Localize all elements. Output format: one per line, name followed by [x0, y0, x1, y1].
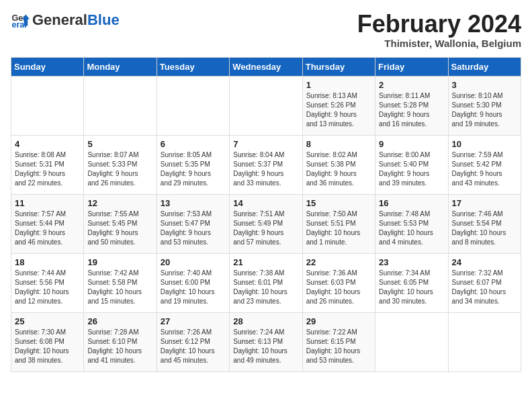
calendar-cell: 4Sunrise: 8:08 AM Sunset: 5:31 PM Daylig…	[11, 135, 84, 194]
day-info: Sunrise: 7:36 AM Sunset: 6:03 PM Dayligh…	[306, 269, 371, 306]
day-number: 16	[379, 198, 444, 208]
calendar-cell: 21Sunrise: 7:38 AM Sunset: 6:01 PM Dayli…	[230, 253, 302, 312]
day-info: Sunrise: 7:22 AM Sunset: 6:15 PM Dayligh…	[306, 328, 371, 365]
calendar-cell: 2Sunrise: 8:11 AM Sunset: 5:28 PM Daylig…	[375, 76, 448, 135]
day-number: 12	[87, 198, 152, 208]
page-header: Gen eral GeneralBlue February 2024 Thimi…	[11, 11, 521, 49]
calendar-cell: 25Sunrise: 7:30 AM Sunset: 6:08 PM Dayli…	[11, 312, 84, 371]
day-info: Sunrise: 8:02 AM Sunset: 5:38 PM Dayligh…	[306, 150, 371, 188]
calendar-cell: 17Sunrise: 7:46 AM Sunset: 5:54 PM Dayli…	[448, 194, 521, 253]
calendar-cell: 19Sunrise: 7:42 AM Sunset: 5:58 PM Dayli…	[84, 253, 157, 312]
day-info: Sunrise: 8:13 AM Sunset: 5:26 PM Dayligh…	[306, 91, 371, 129]
day-info: Sunrise: 8:07 AM Sunset: 5:33 PM Dayligh…	[87, 150, 152, 188]
header-saturday: Saturday	[448, 57, 521, 76]
day-info: Sunrise: 7:55 AM Sunset: 5:45 PM Dayligh…	[87, 210, 152, 247]
day-number: 27	[161, 316, 226, 326]
logo-icon: Gen eral	[11, 11, 30, 30]
calendar-cell: 8Sunrise: 8:02 AM Sunset: 5:38 PM Daylig…	[302, 135, 375, 194]
calendar-cell	[11, 76, 84, 135]
day-info: Sunrise: 7:44 AM Sunset: 5:56 PM Dayligh…	[15, 269, 80, 306]
day-info: Sunrise: 8:00 AM Sunset: 5:40 PM Dayligh…	[379, 150, 444, 188]
calendar-cell: 3Sunrise: 8:10 AM Sunset: 5:30 PM Daylig…	[448, 76, 521, 135]
calendar-cell	[230, 76, 302, 135]
calendar-cell: 1Sunrise: 8:13 AM Sunset: 5:26 PM Daylig…	[302, 76, 375, 135]
day-info: Sunrise: 7:30 AM Sunset: 6:08 PM Dayligh…	[15, 328, 80, 365]
calendar-cell: 10Sunrise: 7:59 AM Sunset: 5:42 PM Dayli…	[448, 135, 521, 194]
logo: Gen eral GeneralBlue	[11, 11, 120, 30]
day-number: 26	[87, 316, 152, 326]
day-info: Sunrise: 7:53 AM Sunset: 5:47 PM Dayligh…	[161, 210, 226, 247]
calendar-cell: 13Sunrise: 7:53 AM Sunset: 5:47 PM Dayli…	[157, 194, 229, 253]
header-wednesday: Wednesday	[230, 57, 302, 76]
title-block: February 2024 Thimister, Wallonia, Belgi…	[357, 11, 521, 49]
day-info: Sunrise: 7:28 AM Sunset: 6:10 PM Dayligh…	[87, 328, 152, 365]
calendar-week-row: 11Sunrise: 7:57 AM Sunset: 5:44 PM Dayli…	[11, 194, 521, 253]
day-number: 29	[306, 316, 371, 326]
day-info: Sunrise: 7:50 AM Sunset: 5:51 PM Dayligh…	[306, 210, 371, 247]
calendar-cell: 28Sunrise: 7:24 AM Sunset: 6:13 PM Dayli…	[230, 312, 302, 371]
day-info: Sunrise: 7:59 AM Sunset: 5:42 PM Dayligh…	[452, 150, 517, 188]
header-monday: Monday	[84, 57, 157, 76]
day-info: Sunrise: 7:32 AM Sunset: 6:07 PM Dayligh…	[452, 269, 517, 306]
day-info: Sunrise: 7:34 AM Sunset: 6:05 PM Dayligh…	[379, 269, 444, 306]
calendar-cell	[84, 76, 157, 135]
calendar-table: Sunday Monday Tuesday Wednesday Thursday…	[11, 57, 521, 372]
day-info: Sunrise: 7:38 AM Sunset: 6:01 PM Dayligh…	[233, 269, 298, 306]
header-sunday: Sunday	[11, 57, 84, 76]
day-info: Sunrise: 8:05 AM Sunset: 5:35 PM Dayligh…	[161, 150, 226, 188]
calendar-cell	[448, 312, 521, 371]
day-number: 2	[379, 80, 444, 90]
day-number: 8	[306, 139, 371, 149]
day-info: Sunrise: 7:26 AM Sunset: 6:12 PM Dayligh…	[161, 328, 226, 365]
day-info: Sunrise: 7:48 AM Sunset: 5:53 PM Dayligh…	[379, 210, 444, 247]
day-number: 7	[233, 139, 298, 149]
calendar-cell: 24Sunrise: 7:32 AM Sunset: 6:07 PM Dayli…	[448, 253, 521, 312]
day-number: 6	[161, 139, 226, 149]
day-number: 14	[233, 198, 298, 208]
day-number: 22	[306, 257, 371, 267]
calendar-cell: 7Sunrise: 8:04 AM Sunset: 5:37 PM Daylig…	[230, 135, 302, 194]
day-number: 11	[15, 198, 80, 208]
day-info: Sunrise: 7:24 AM Sunset: 6:13 PM Dayligh…	[233, 328, 298, 365]
day-info: Sunrise: 7:42 AM Sunset: 5:58 PM Dayligh…	[87, 269, 152, 306]
calendar-title: February 2024	[357, 11, 521, 38]
day-info: Sunrise: 7:40 AM Sunset: 6:00 PM Dayligh…	[161, 269, 226, 306]
calendar-week-row: 1Sunrise: 8:13 AM Sunset: 5:26 PM Daylig…	[11, 76, 521, 135]
calendar-cell: 27Sunrise: 7:26 AM Sunset: 6:12 PM Dayli…	[157, 312, 229, 371]
day-number: 9	[379, 139, 444, 149]
day-number: 21	[233, 257, 298, 267]
calendar-cell: 6Sunrise: 8:05 AM Sunset: 5:35 PM Daylig…	[157, 135, 229, 194]
day-info: Sunrise: 8:11 AM Sunset: 5:28 PM Dayligh…	[379, 91, 444, 129]
calendar-cell: 12Sunrise: 7:55 AM Sunset: 5:45 PM Dayli…	[84, 194, 157, 253]
calendar-header-row: Sunday Monday Tuesday Wednesday Thursday…	[11, 57, 521, 76]
calendar-cell: 22Sunrise: 7:36 AM Sunset: 6:03 PM Dayli…	[302, 253, 375, 312]
calendar-cell: 26Sunrise: 7:28 AM Sunset: 6:10 PM Dayli…	[84, 312, 157, 371]
day-number: 13	[161, 198, 226, 208]
day-number: 3	[452, 80, 517, 90]
header-friday: Friday	[375, 57, 448, 76]
day-number: 4	[15, 139, 80, 149]
day-number: 19	[87, 257, 152, 267]
day-number: 1	[306, 80, 371, 90]
calendar-week-row: 25Sunrise: 7:30 AM Sunset: 6:08 PM Dayli…	[11, 312, 521, 371]
calendar-week-row: 4Sunrise: 8:08 AM Sunset: 5:31 PM Daylig…	[11, 135, 521, 194]
day-number: 24	[452, 257, 517, 267]
calendar-cell: 9Sunrise: 8:00 AM Sunset: 5:40 PM Daylig…	[375, 135, 448, 194]
calendar-cell: 23Sunrise: 7:34 AM Sunset: 6:05 PM Dayli…	[375, 253, 448, 312]
day-info: Sunrise: 7:57 AM Sunset: 5:44 PM Dayligh…	[15, 210, 80, 247]
day-info: Sunrise: 8:08 AM Sunset: 5:31 PM Dayligh…	[15, 150, 80, 188]
day-number: 25	[15, 316, 80, 326]
day-number: 18	[15, 257, 80, 267]
day-info: Sunrise: 7:46 AM Sunset: 5:54 PM Dayligh…	[452, 210, 517, 247]
calendar-cell	[375, 312, 448, 371]
day-info: Sunrise: 7:51 AM Sunset: 5:49 PM Dayligh…	[233, 210, 298, 247]
day-number: 5	[87, 139, 152, 149]
calendar-week-row: 18Sunrise: 7:44 AM Sunset: 5:56 PM Dayli…	[11, 253, 521, 312]
day-number: 20	[161, 257, 226, 267]
calendar-cell	[157, 76, 229, 135]
day-number: 17	[452, 198, 517, 208]
calendar-cell: 14Sunrise: 7:51 AM Sunset: 5:49 PM Dayli…	[230, 194, 302, 253]
day-number: 15	[306, 198, 371, 208]
calendar-cell: 16Sunrise: 7:48 AM Sunset: 5:53 PM Dayli…	[375, 194, 448, 253]
day-number: 23	[379, 257, 444, 267]
